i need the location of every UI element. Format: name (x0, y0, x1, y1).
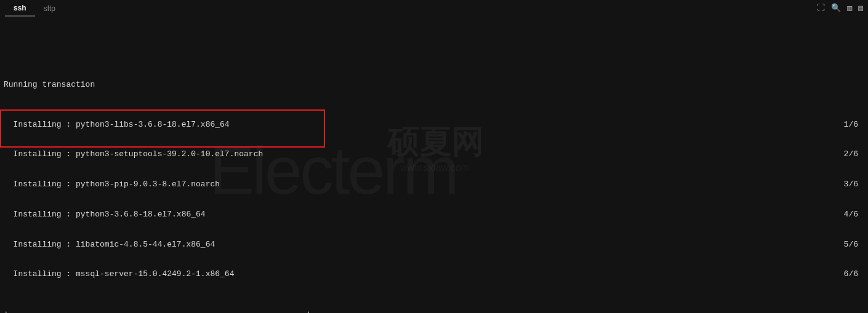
install-line: Installing : python3-3.6.8-18.el7.x86_64 (4, 210, 844, 220)
split-horizontal-icon[interactable]: ▤ (858, 4, 863, 14)
install-count: 5/6 (844, 240, 864, 250)
install-line: Installing : libatomic-4.8.5-44.el7.x86_… (4, 240, 844, 250)
install-count: 6/6 (844, 269, 864, 279)
split-vertical-icon[interactable]: ▥ (847, 4, 852, 14)
install-line: Installing : python3-pip-9.0.3-8.el7.noa… (4, 180, 844, 189)
tab-ssh[interactable]: ssh (5, 1, 35, 17)
search-icon[interactable]: 🔍 (831, 4, 841, 14)
install-count: 2/6 (844, 149, 864, 159)
toolbar-icons: ⛶ 🔍 ▥ ▤ (817, 4, 863, 14)
install-count: 1/6 (844, 120, 864, 130)
tab-bar: ssh sftp ⛶ 🔍 ▥ ▤ (0, 0, 868, 17)
install-line: Installing : python3-libs-3.6.8-18.el7.x… (4, 120, 844, 130)
watermark-url: www.sxiaw.com (400, 162, 469, 174)
msg-box-top: +---------------------------------------… (4, 309, 864, 313)
terminal-output[interactable]: Electerm 硕夏网 www.sxiaw.com Running trans… (0, 17, 868, 313)
tab-sftp[interactable]: sftp (35, 2, 64, 16)
install-line: Installing : mssql-server-15.0.4249.2-1.… (4, 269, 844, 279)
watermark-brand: Electerm (209, 128, 457, 213)
fullscreen-icon[interactable]: ⛶ (817, 4, 825, 14)
running-transaction: Running transaction (4, 80, 864, 90)
install-line: Installing : python3-setuptools-39.2.0-1… (4, 149, 844, 159)
install-count: 4/6 (844, 210, 864, 220)
install-count: 3/6 (844, 180, 864, 189)
